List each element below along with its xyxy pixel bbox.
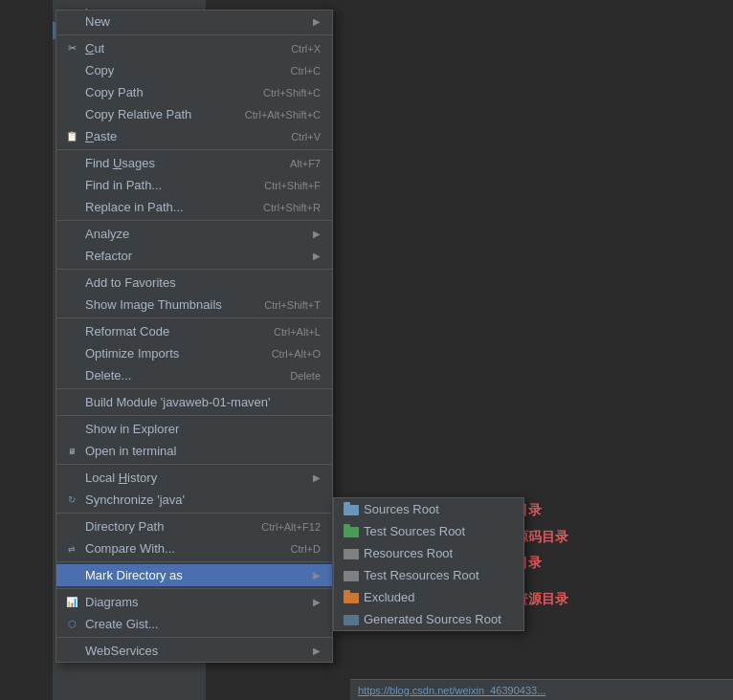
menu-item-new[interactable]: New ▶ [56,11,332,33]
menu-item-open-terminal[interactable]: 🖥 Open in terminal [56,440,332,462]
menu-item-copy-relative-path[interactable]: Copy Relative Path Ctrl+Alt+Shift+C [56,103,332,125]
menu-item-analyze[interactable]: Analyze ▶ [56,223,332,245]
menu-item-compare-with[interactable]: ⇄ Compare With... Ctrl+D [56,537,332,559]
submenu-item-resources-root[interactable]: Resources Root [334,542,523,564]
url-text: https://blog.csdn.net/weixin_46390433... [358,685,545,696]
menu-item-paste[interactable]: 📋 Paste Ctrl+V [56,125,332,147]
menu-item-find-in-path[interactable]: Find in Path... Ctrl+Shift+F [56,174,332,196]
divider-9 [56,513,332,514]
menu-item-replace-in-path[interactable]: Replace in Path... Ctrl+Shift+R [56,196,332,218]
menu-item-copy-path[interactable]: Copy Path Ctrl+Shift+C [56,81,332,103]
menu-item-reformat-code[interactable]: Reformat Code Ctrl+Alt+L [56,320,332,342]
test-sources-root-icon [344,527,359,537]
menu-item-show-in-explorer[interactable]: Show in Explorer [56,418,332,440]
divider-6 [56,388,332,389]
sync-icon: ↻ [64,492,79,508]
menu-item-synchronize[interactable]: ↻ Synchronize 'java' [56,489,332,511]
submenu-item-excluded[interactable]: Excluded [334,586,523,608]
terminal-icon: 🖥 [64,444,79,459]
context-menu: New ▶ ✂ Cut Ctrl+X Copy Ctrl+C Copy Path… [56,10,333,663]
menu-item-build-module[interactable]: Build Module 'javaweb-01-maven' [56,391,332,413]
generated-sources-root-icon [344,615,359,625]
submenu-mark-directory: Sources Root Test Sources Root Resources… [333,497,524,631]
cut-icon: ✂ [64,41,79,56]
menu-item-create-gist[interactable]: ⬡ Create Gist... [56,613,332,635]
compare-icon: ⇄ [64,541,79,557]
menu-item-local-history[interactable]: Local History ▶ [56,467,332,489]
menu-item-show-image-thumbnails[interactable]: Show Image Thumbnails Ctrl+Shift+T [56,294,332,316]
menu-item-delete[interactable]: Delete... Delete [56,364,332,386]
menu-item-optimize-imports[interactable]: Optimize Imports Ctrl+Alt+O [56,342,332,364]
divider-8 [56,464,332,465]
menu-item-copy[interactable]: Copy Ctrl+C [56,59,332,81]
sources-root-icon [344,505,359,515]
excluded-icon [344,593,359,603]
submenu-item-test-sources-root[interactable]: Test Sources Root [334,520,523,542]
menu-item-cut[interactable]: ✂ Cut Ctrl+X [56,37,332,59]
menu-item-add-to-favorites[interactable]: Add to Favorites [56,272,332,294]
menu-item-mark-directory-as[interactable]: Mark Directory as ▶ [56,564,332,586]
menu-item-webservices[interactable]: WebServices ▶ [56,640,332,662]
menu-item-diagrams[interactable]: 📊 Diagrams ▶ [56,591,332,613]
gist-icon: ⬡ [64,617,79,632]
submenu-item-generated-sources-root[interactable]: Generated Sources Root [334,608,523,630]
resources-root-icon [344,549,359,559]
divider-2 [56,149,332,150]
divider-5 [56,317,332,318]
divider-4 [56,269,332,270]
divider-11 [56,588,332,589]
divider-1 [56,34,332,35]
test-resources-root-icon [344,571,359,581]
divider-10 [56,561,332,562]
diagrams-icon: 📊 [64,595,79,610]
divider-12 [56,637,332,638]
menu-item-directory-path[interactable]: Directory Path Ctrl+Alt+F12 [56,515,332,537]
menu-item-refactor[interactable]: Refactor ▶ [56,245,332,267]
url-bar: https://blog.csdn.net/weixin_46390433... [350,679,733,700]
menu-item-find-usages[interactable]: Find Usages Alt+F7 [56,152,332,174]
paste-icon: 📋 [64,129,79,144]
divider-7 [56,415,332,416]
divider-3 [56,220,332,221]
submenu-item-test-resources-root[interactable]: Test Resources Root [334,564,523,586]
submenu-item-sources-root[interactable]: Sources Root [334,498,523,520]
